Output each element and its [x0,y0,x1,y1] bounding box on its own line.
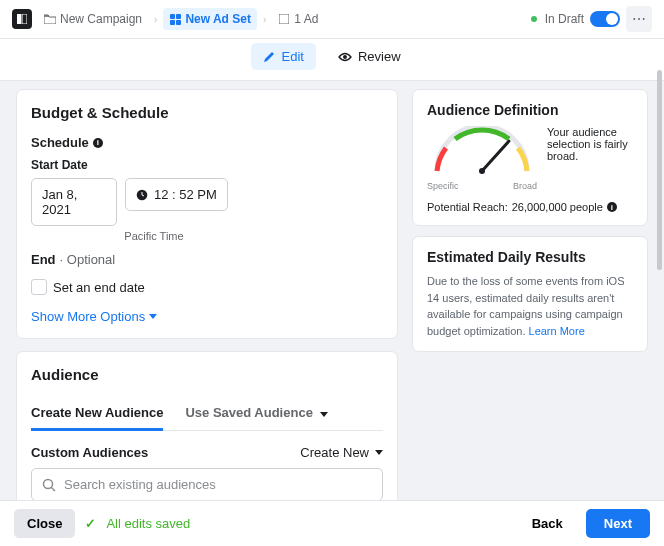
edit-review-tabs: Edit Review [0,39,664,81]
scrollbar[interactable] [657,70,662,270]
start-time-input[interactable]: 12 : 52 PM [125,178,228,211]
audience-gauge: Specific Broad [427,126,537,191]
audience-definition-title: Audience Definition [427,102,633,118]
svg-rect-2 [279,14,289,24]
tab-edit[interactable]: Edit [251,43,315,70]
svg-rect-1 [22,14,27,24]
breadcrumb-campaign-label: New Campaign [60,12,142,26]
close-button[interactable]: Close [14,509,75,538]
tab-edit-label: Edit [281,49,303,64]
adset-icon [169,13,181,25]
more-menu-button[interactable]: ⋯ [626,6,652,32]
show-more-options-link[interactable]: Show More Options [31,309,157,324]
learn-more-link[interactable]: Learn More [529,325,585,337]
budget-title: Budget & Schedule [31,104,383,121]
svg-point-5 [44,479,53,488]
end-label: End [31,252,56,267]
breadcrumb-adset[interactable]: New Ad Set [163,8,257,30]
chevron-right-icon: › [154,14,157,25]
tab-create-audience[interactable]: Create New Audience [31,397,163,431]
breadcrumb-campaign[interactable]: New Campaign [38,8,148,30]
end-optional: · Optional [60,252,116,267]
gauge-right-label: Broad [513,181,537,191]
eye-icon [338,52,352,62]
tab-review[interactable]: Review [326,43,413,70]
left-column: Budget & Schedule Schedule i Start Date … [16,89,398,501]
caret-down-icon [149,314,157,319]
svg-point-3 [343,55,347,59]
back-button[interactable]: Back [519,509,576,538]
budget-schedule-card: Budget & Schedule Schedule i Start Date … [16,89,398,339]
start-date-label: Start Date [31,158,383,172]
edr-body: Due to the loss of some events from iOS … [427,275,624,337]
create-new-dropdown[interactable]: Create New [300,445,383,460]
footer-bar: Close ✓ All edits saved Back Next [0,500,664,546]
info-icon[interactable]: i [93,138,103,148]
search-placeholder: Search existing audiences [64,477,216,492]
top-bar: New Campaign › New Ad Set › 1 Ad In Draf… [0,0,664,39]
saved-status: All edits saved [106,516,190,531]
ad-icon [278,13,290,25]
svg-line-6 [52,487,56,491]
status-label: In Draft [545,12,584,26]
gauge-left-label: Specific [427,181,459,191]
set-end-date-label: Set an end date [53,280,145,295]
audience-tabs: Create New Audience Use Saved Audience [31,397,383,431]
breadcrumb-ad-label: 1 Ad [294,12,318,26]
svg-point-8 [479,168,485,174]
content-area: Budget & Schedule Schedule i Start Date … [0,81,664,509]
audience-desc: Your audience selection is fairly broad. [547,126,633,162]
panel-toggle-icon[interactable] [12,9,32,29]
set-end-date-checkbox[interactable] [31,279,47,295]
caret-down-icon [320,412,328,417]
audience-title: Audience [31,366,383,383]
audience-card: Audience Create New Audience Use Saved A… [16,351,398,501]
timezone-label: Pacific Time [123,230,185,242]
search-audiences-input[interactable]: Search existing audiences [31,468,383,501]
svg-rect-0 [17,14,21,24]
tab-review-label: Review [358,49,401,64]
pencil-icon [263,51,275,63]
tab-saved-audience[interactable]: Use Saved Audience [185,397,328,430]
chevron-right-icon: › [263,14,266,25]
search-icon [42,478,56,492]
breadcrumb-adset-label: New Ad Set [185,12,251,26]
clock-icon [136,189,148,201]
check-icon: ✓ [85,516,96,531]
next-button[interactable]: Next [586,509,650,538]
status-toggle[interactable] [590,11,620,27]
svg-line-7 [482,141,509,171]
edr-title: Estimated Daily Results [427,249,633,265]
right-column: Audience Definition Specific Broad [412,89,648,501]
folder-icon [44,13,56,25]
breadcrumb-ad[interactable]: 1 Ad [272,8,324,30]
reach-value: 26,000,000 people [512,201,603,213]
estimated-daily-results-card: Estimated Daily Results Due to the loss … [412,236,648,352]
custom-audiences-label: Custom Audiences [31,445,148,460]
info-icon[interactable]: i [607,202,617,212]
reach-label: Potential Reach: [427,201,508,213]
caret-down-icon [375,450,383,455]
status-dot-icon [531,16,537,22]
audience-definition-card: Audience Definition Specific Broad [412,89,648,226]
start-date-input[interactable]: Jan 8, 2021 [31,178,117,226]
schedule-label: Schedule i [31,135,383,150]
